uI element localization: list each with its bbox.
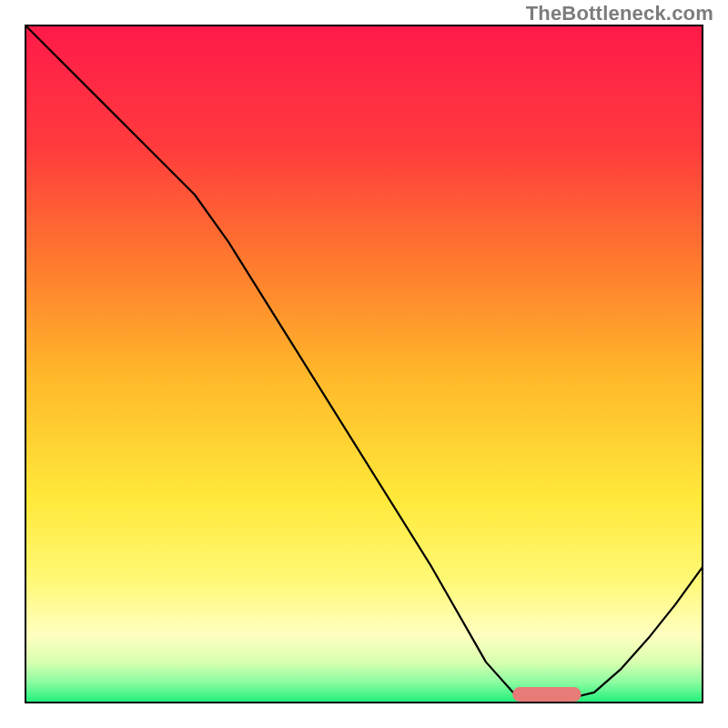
chart-svg: [0, 0, 728, 728]
watermark-text: TheBottleneck.com: [526, 2, 713, 25]
chart-container: TheBottleneck.com: [0, 0, 728, 728]
